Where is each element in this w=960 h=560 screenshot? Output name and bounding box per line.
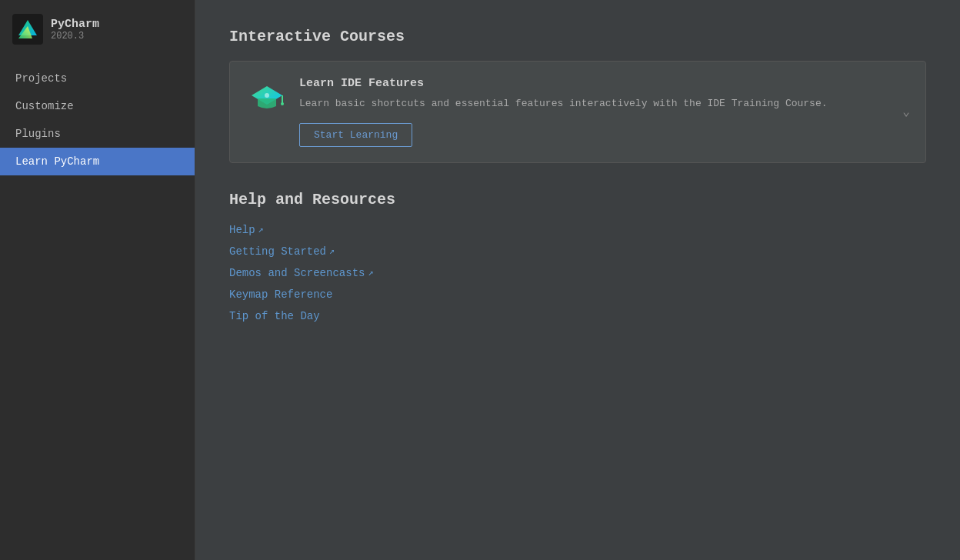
- help-links-list: Help ↗ Getting Started ↗ Demos and Scree…: [229, 224, 926, 322]
- external-link-icon: ↗: [329, 245, 335, 257]
- sidebar-item-learn-pycharm[interactable]: Learn PyCharm: [0, 148, 195, 175]
- help-link-help[interactable]: Help ↗: [229, 224, 926, 236]
- sidebar-navigation: Projects Customize Plugins Learn PyCharm: [0, 58, 195, 175]
- chevron-down-icon: ⌄: [902, 104, 910, 119]
- main-content: Interactive Courses Learn ID: [195, 0, 960, 560]
- sidebar-item-plugins[interactable]: Plugins: [0, 120, 195, 148]
- sidebar-item-projects[interactable]: Projects: [0, 65, 195, 92]
- external-link-icon: ↗: [258, 224, 264, 235]
- start-learning-button[interactable]: Start Learning: [299, 123, 412, 147]
- svg-point-6: [281, 102, 284, 105]
- interactive-courses-title: Interactive Courses: [229, 28, 926, 45]
- help-resources-section: Help and Resources Help ↗ Getting Starte…: [229, 191, 926, 322]
- logo-area: PyCharm 2020.3: [0, 0, 195, 58]
- help-link-tip-of-the-day[interactable]: Tip of the Day: [229, 310, 926, 322]
- interactive-courses-section: Interactive Courses Learn ID: [229, 28, 926, 163]
- pycharm-logo-icon: [12, 14, 43, 45]
- help-link-demos-screencasts[interactable]: Demos and Screencasts ↗: [229, 267, 926, 279]
- course-icon: [248, 78, 285, 115]
- course-info: Learn IDE Features Learn basic shortcuts…: [299, 77, 907, 147]
- external-link-icon: ↗: [368, 267, 373, 278]
- course-title: Learn IDE Features: [299, 77, 907, 90]
- course-description: Learn basic shortcuts and essential feat…: [299, 96, 907, 112]
- help-link-keymap-reference[interactable]: Keymap Reference: [229, 288, 926, 301]
- app-version: 2020.3: [51, 31, 99, 42]
- app-name: PyCharm: [51, 18, 99, 31]
- sidebar-item-customize[interactable]: Customize: [0, 92, 195, 120]
- logo-text: PyCharm 2020.3: [51, 18, 99, 42]
- help-link-getting-started[interactable]: Getting Started ↗: [229, 245, 926, 258]
- sidebar: PyCharm 2020.3 Projects Customize Plugin…: [0, 0, 195, 560]
- svg-point-4: [265, 93, 269, 98]
- course-card: Learn IDE Features Learn basic shortcuts…: [229, 61, 926, 163]
- help-resources-title: Help and Resources: [229, 191, 926, 208]
